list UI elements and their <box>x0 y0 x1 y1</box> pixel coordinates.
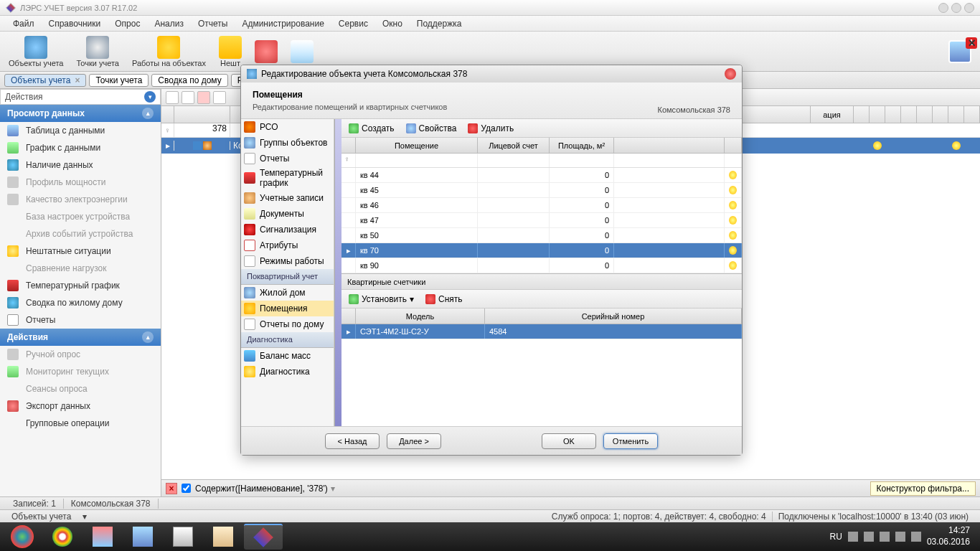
install-button[interactable]: Установить▾ <box>346 293 417 306</box>
menu-reports[interactable]: Отчеты <box>191 19 235 29</box>
properties-button[interactable]: Свойства <box>403 122 460 135</box>
room-row[interactable]: кв 450 <box>341 183 742 198</box>
tray-volume-icon[interactable] <box>911 532 921 542</box>
sidebar-action-item[interactable]: Групповые операции <box>0 415 161 432</box>
col-number[interactable] <box>174 106 230 123</box>
tb-points[interactable]: Точки учета <box>72 34 123 69</box>
tray-lang[interactable]: RU <box>830 532 842 542</box>
tb-map[interactable] <box>250 39 282 65</box>
start-button[interactable] <box>3 524 42 550</box>
nav-house-reports[interactable]: Отчеты по дому <box>241 316 334 332</box>
menu-window[interactable]: Окно <box>375 19 410 29</box>
menu-ref[interactable]: Справочники <box>42 19 108 29</box>
nav-reports[interactable]: Отчеты <box>241 151 334 166</box>
minimize-icon[interactable] <box>938 3 948 13</box>
nav-signal[interactable]: Сигнализация <box>241 222 334 237</box>
filter-clear-icon[interactable]: × <box>166 483 177 494</box>
filter-dropdown-icon[interactable]: ▾ <box>331 484 335 494</box>
nav-house[interactable]: Жилой дом <box>241 285 334 301</box>
taskbar-notepad[interactable] <box>123 524 162 550</box>
tb-emerg[interactable]: Нешт <box>215 34 246 69</box>
nav-docs[interactable]: Документы <box>241 206 334 222</box>
room-row[interactable]: кв 440 <box>341 168 742 183</box>
menu-help[interactable]: Поддержка <box>410 19 469 29</box>
nav-section-diag[interactable]: Диагностика <box>241 332 334 348</box>
col-area[interactable]: Площадь, м² <box>550 138 614 153</box>
nav-scrollbar[interactable] <box>334 119 341 426</box>
room-row[interactable]: кв 460 <box>341 198 742 213</box>
status-objects-dropdown[interactable]: Объекты учета▾ <box>6 512 93 522</box>
mdi-close-icon[interactable]: × <box>968 36 976 51</box>
tb-objects[interactable]: Объекты учета <box>4 34 67 69</box>
next-button[interactable]: Далее > <box>387 433 441 449</box>
delete-icon[interactable] <box>197 91 210 104</box>
sidebar-item[interactable]: Отчеты <box>0 311 161 329</box>
col-room[interactable]: Помещение <box>356 138 478 153</box>
taskbar-chrome[interactable] <box>43 524 82 550</box>
menu-analyze[interactable]: Анализ <box>147 19 191 29</box>
tray-arrow-icon[interactable] <box>848 532 858 542</box>
dialog-close-icon[interactable] <box>725 68 736 80</box>
ok-button[interactable]: OK <box>542 433 596 449</box>
room-row[interactable]: ▸кв 700 <box>341 243 742 258</box>
nav-attrs[interactable]: Атрибуты <box>241 237 334 253</box>
edit-icon[interactable] <box>182 91 194 104</box>
delete-button[interactable]: Удалить <box>465 122 517 135</box>
action-icon[interactable] <box>213 91 226 104</box>
nav-rso[interactable]: РСО <box>241 119 334 135</box>
col-serial[interactable]: Серийный номер <box>485 309 742 324</box>
tb-works[interactable]: Работы на объектах <box>128 34 210 69</box>
menu-service[interactable]: Сервис <box>331 19 375 29</box>
col-model[interactable]: Модель <box>356 309 485 324</box>
maximize-icon[interactable] <box>951 3 961 13</box>
meter-row[interactable]: ▸ СЭТ1-4М2-Ш-С2-У 4584 <box>341 324 742 339</box>
sidebar-item[interactable]: Температурный график <box>0 277 161 294</box>
nav-balance[interactable]: Баланс масс <box>241 348 334 364</box>
sb-view-header[interactable]: Просмотр данных ▴ <box>0 105 161 122</box>
filter-enable-checkbox[interactable] <box>182 484 191 493</box>
sidebar-item[interactable]: Сводка по жилому дому <box>0 294 161 311</box>
rooms-filter-row[interactable]: ♀ <box>341 154 742 168</box>
nav-diag[interactable]: Диагностика <box>241 364 334 380</box>
sb-actions-header[interactable]: Действия ▴ <box>0 329 161 346</box>
sidebar-action-item[interactable]: Экспорт данных <box>0 397 161 415</box>
taskbar-calc[interactable] <box>164 524 202 550</box>
sidebar-item[interactable]: График с данными <box>0 139 161 156</box>
taskbar-app[interactable] <box>244 524 283 550</box>
tab-objects[interactable]: Объекты учета× <box>4 74 86 87</box>
tray-action-icon[interactable] <box>864 532 874 542</box>
menu-admin[interactable]: Администрирование <box>235 19 331 29</box>
nav-temp[interactable]: Температурный график <box>241 166 334 190</box>
dialog-titlebar[interactable]: Редактирование объекта учета Комсомольск… <box>241 65 742 83</box>
sidebar-item[interactable]: Таблица с данными <box>0 122 161 139</box>
nav-modes[interactable]: Режимы работы <box>241 253 334 269</box>
tab-summary[interactable]: Сводка по дому <box>151 74 227 87</box>
nav-groups[interactable]: Группы объектов <box>241 135 334 151</box>
taskbar-explorer[interactable] <box>204 524 242 550</box>
nav-rooms[interactable]: Помещения <box>241 301 334 316</box>
tray-flag-icon[interactable] <box>880 532 890 542</box>
tab-points[interactable]: Точки учета <box>89 74 149 87</box>
menu-file[interactable]: Файл <box>6 19 42 29</box>
col-account[interactable]: Лицевой счет <box>478 138 550 153</box>
sidebar-item[interactable]: Нештатные ситуации <box>0 242 161 260</box>
nav-accounts[interactable]: Учетные записи <box>241 190 334 206</box>
tray-clock[interactable]: 14:27 03.06.2016 <box>927 525 970 547</box>
tab-close-icon[interactable]: × <box>75 75 80 85</box>
room-row[interactable]: кв 900 <box>341 258 742 273</box>
back-button[interactable]: < Назад <box>325 433 380 449</box>
col-extra[interactable]: ация <box>811 106 854 123</box>
nav-section-apartment[interactable]: Поквартирный учет <box>241 269 334 285</box>
filter-builder-button[interactable]: Конструктор фильтра... <box>870 481 976 496</box>
remove-button[interactable]: Снять <box>423 293 466 306</box>
menu-poll[interactable]: Опрос <box>108 19 147 29</box>
create-button[interactable]: Создать <box>346 122 397 135</box>
sidebar-item[interactable]: Наличие данных <box>0 156 161 174</box>
room-row[interactable]: кв 500 <box>341 228 742 243</box>
refresh-icon[interactable] <box>166 91 179 104</box>
cancel-button[interactable]: Отменить <box>603 433 658 449</box>
tb-calendar[interactable] <box>286 39 318 65</box>
taskbar-paint[interactable] <box>83 524 122 550</box>
room-row[interactable]: кв 470 <box>341 213 742 228</box>
close-icon[interactable] <box>964 3 974 13</box>
